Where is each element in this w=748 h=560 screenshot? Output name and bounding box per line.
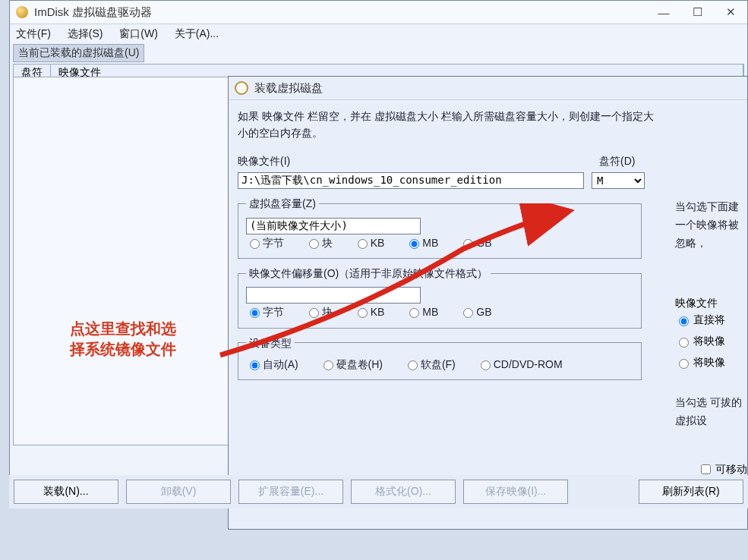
disc-icon [235, 81, 248, 95]
right-opt-b[interactable]: 将映像 [675, 335, 747, 348]
unit-mb[interactable]: MB [406, 234, 438, 251]
device-cd[interactable]: CD/DVD-ROM [477, 356, 563, 373]
device-auto[interactable]: 自动(A) [246, 356, 298, 373]
size-group: 虚拟盘容量(Z) 字节 块 KB MB GB [238, 195, 642, 259]
device-legend: 设备类型 [246, 335, 295, 351]
button-row: 装载(N)... 卸载(V) 扩展容量(E)... 格式化(O)... 保存映像… [9, 475, 748, 508]
unit-gb[interactable]: GB [459, 234, 491, 251]
offset-unit-kb[interactable]: KB [354, 304, 385, 320]
unit-kb[interactable]: KB [354, 234, 385, 251]
device-hdd[interactable]: 硬盘卷(H) [320, 356, 383, 373]
section-label: 当前已装载的虚拟磁盘(U) [13, 44, 144, 62]
offset-unit-block[interactable]: 块 [305, 304, 333, 320]
menu-file[interactable]: 文件(F) [16, 27, 51, 41]
drive-letter-label: 盘符(D) [599, 153, 635, 169]
maximize-button[interactable]: ☐ [680, 2, 714, 23]
image-file-label: 映像文件(I) [238, 153, 587, 169]
unmount-button[interactable]: 卸载(V) [126, 480, 231, 504]
right-note-2: 当勾选 可拔的虚拟设 [675, 394, 747, 430]
size-legend: 虚拟盘容量(Z) [246, 195, 319, 212]
offset-unit-byte[interactable]: 字节 [246, 304, 284, 320]
image-file-input[interactable] [238, 172, 584, 189]
mount-dialog: 装载虚拟磁盘 如果 映像文件 栏留空，并在 虚拟磁盘大小 栏输入所需磁盘容量大小… [228, 76, 748, 530]
dialog-title: 装载虚拟磁盘 [254, 81, 747, 96]
offset-input[interactable] [246, 287, 421, 304]
right-options: 映像文件 直接将 将映像 将映像 [675, 297, 747, 377]
right-opt-a[interactable]: 直接将 [675, 313, 747, 327]
titlebar: ImDisk 虚拟磁盘驱动器 — ☐ ✕ [10, 1, 747, 24]
size-input[interactable] [246, 218, 421, 234]
unit-block[interactable]: 块 [305, 234, 333, 251]
offset-group: 映像文件偏移量(O)（适用于非原始映像文件格式） 字节 块 KB MB GB [238, 265, 642, 328]
right-opt-label: 映像文件 [675, 297, 747, 310]
device-group: 设备类型 自动(A) 硬盘卷(H) 软盘(F) CD/DVD-ROM [238, 335, 642, 381]
minimize-button[interactable]: — [647, 2, 680, 23]
dialog-titlebar: 装载虚拟磁盘 [229, 77, 747, 100]
app-icon [16, 6, 28, 18]
extend-button[interactable]: 扩展容量(E)... [238, 480, 343, 504]
menubar: 文件(F) 选择(S) 窗口(W) 关于(A)... [10, 24, 747, 44]
menu-about[interactable]: 关于(A)... [175, 27, 219, 41]
offset-legend: 映像文件偏移量(O)（适用于非原始映像文件格式） [246, 265, 491, 282]
offset-unit-mb[interactable]: MB [406, 304, 438, 320]
menu-window[interactable]: 窗口(W) [119, 27, 158, 41]
drive-letter-select[interactable]: M [592, 172, 645, 189]
offset-unit-gb[interactable]: GB [459, 304, 491, 320]
right-note-1: 当勾选下面建一个映像将被忽略， [675, 198, 747, 252]
right-opt-c[interactable]: 将映像 [675, 356, 747, 370]
refresh-button[interactable]: 刷新列表(R) [639, 480, 743, 504]
menu-select[interactable]: 选择(S) [68, 27, 103, 41]
annotation-text: 点这里查找和选 择系统镜像文件 [70, 319, 176, 360]
save-button[interactable]: 保存映像(I)... [463, 480, 568, 504]
close-button[interactable]: ✕ [714, 2, 747, 23]
format-button[interactable]: 格式化(O)... [351, 480, 456, 504]
unit-byte[interactable]: 字节 [246, 234, 284, 251]
dialog-description: 如果 映像文件 栏留空，并在 虚拟磁盘大小 栏输入所需磁盘容量大小，则创建一个指… [238, 108, 663, 142]
window-title: ImDisk 虚拟磁盘驱动器 [34, 5, 647, 20]
device-floppy[interactable]: 软盘(F) [404, 356, 456, 373]
mount-button[interactable]: 装载(N)... [14, 480, 118, 504]
